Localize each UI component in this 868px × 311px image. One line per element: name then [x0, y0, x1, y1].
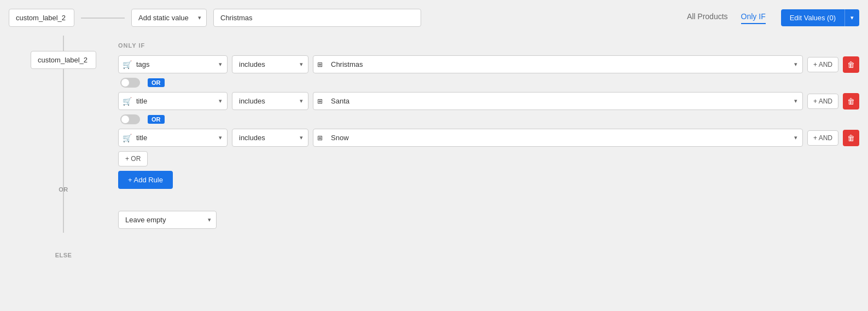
else-dropdown[interactable]: Leave empty [118, 211, 217, 229]
rule3-operator-dropdown[interactable]: includes [232, 129, 308, 147]
or-toggle-2[interactable] [120, 114, 140, 124]
rule3-operator-select[interactable]: includes [232, 129, 308, 147]
rule1-value-dropdown[interactable]: Christmas [313, 55, 803, 73]
edit-values-button[interactable]: Edit Values (0) [781, 9, 844, 26]
rule2-and-button[interactable]: + AND [807, 94, 838, 109]
tabs-container: All Products Only IF [687, 12, 766, 24]
delete-icon-3: 🗑 [847, 134, 855, 142]
else-label: ELSE [55, 252, 72, 258]
or-toggle-row-2: OR [118, 114, 859, 124]
or-toggle-1[interactable] [120, 78, 140, 88]
add-rule-button[interactable]: + Add Rule [118, 171, 173, 189]
value-input[interactable] [213, 9, 421, 27]
add-or-button[interactable]: + OR [118, 151, 148, 166]
rule2-field-select[interactable]: 🛒 title [118, 92, 228, 110]
rule1-value-select[interactable]: ⊞ Christmas [313, 55, 803, 73]
or-side-label: OR [59, 186, 68, 193]
rule3-field-select[interactable]: 🛒 title [118, 129, 228, 147]
only-if-section: ONLY IF 🛒 tags includes [118, 36, 859, 198]
label-card: custom_label_2 [31, 51, 96, 69]
or-badge-1: OR [148, 78, 165, 87]
only-if-label: ONLY IF [118, 42, 859, 49]
else-section: Leave empty [118, 202, 859, 229]
add-or-row: + OR [118, 151, 859, 166]
rule2-operator-dropdown[interactable]: includes [232, 92, 308, 110]
rule2-value-dropdown[interactable]: Santa [313, 92, 803, 110]
rule3-delete-button[interactable]: 🗑 [843, 130, 859, 146]
rule1-field-dropdown[interactable]: tags [118, 55, 228, 73]
rule-row-3: 🛒 title includes ⊞ Snow [118, 129, 859, 147]
custom-label-field: custom_label_2 [9, 9, 74, 27]
rule1-field-select[interactable]: 🛒 tags [118, 55, 228, 73]
rule2-value-select[interactable]: ⊞ Santa [313, 92, 803, 110]
rule-row-1: 🛒 tags includes ⊞ Christmas [118, 55, 859, 73]
static-value-dropdown[interactable]: Add static value [131, 9, 207, 27]
or-badge-2: OR [148, 115, 165, 124]
edit-values-dropdown-button[interactable]: ▾ [844, 9, 859, 26]
or-toggle-row-1: OR [118, 78, 859, 88]
rule3-value-dropdown[interactable]: Snow [313, 129, 803, 147]
tab-all-products[interactable]: All Products [687, 12, 728, 24]
rule1-operator-select[interactable]: includes [232, 55, 308, 73]
connector-line [81, 18, 125, 19]
rule3-and-button[interactable]: + AND [807, 130, 838, 146]
rule1-delete-button[interactable]: 🗑 [843, 56, 859, 73]
rule2-operator-select[interactable]: includes [232, 92, 308, 110]
delete-icon-2: 🗑 [847, 97, 855, 106]
delete-icon-1: 🗑 [847, 60, 855, 69]
rule3-field-dropdown[interactable]: title [118, 129, 228, 147]
rule3-value-select[interactable]: ⊞ Snow [313, 129, 803, 147]
rule1-and-button[interactable]: + AND [807, 57, 838, 72]
edit-values-btn-group: Edit Values (0) ▾ [781, 9, 859, 26]
add-static-value-select[interactable]: Add static value [131, 9, 207, 27]
tab-only-if[interactable]: Only IF [741, 12, 766, 24]
rule-row-2: 🛒 title includes ⊞ Santa [118, 92, 859, 110]
rule1-operator-dropdown[interactable]: includes [232, 55, 308, 73]
else-leave-empty-select[interactable]: Leave empty [118, 211, 217, 229]
rule2-delete-button[interactable]: 🗑 [843, 93, 859, 110]
rule2-field-dropdown[interactable]: title [118, 92, 228, 110]
